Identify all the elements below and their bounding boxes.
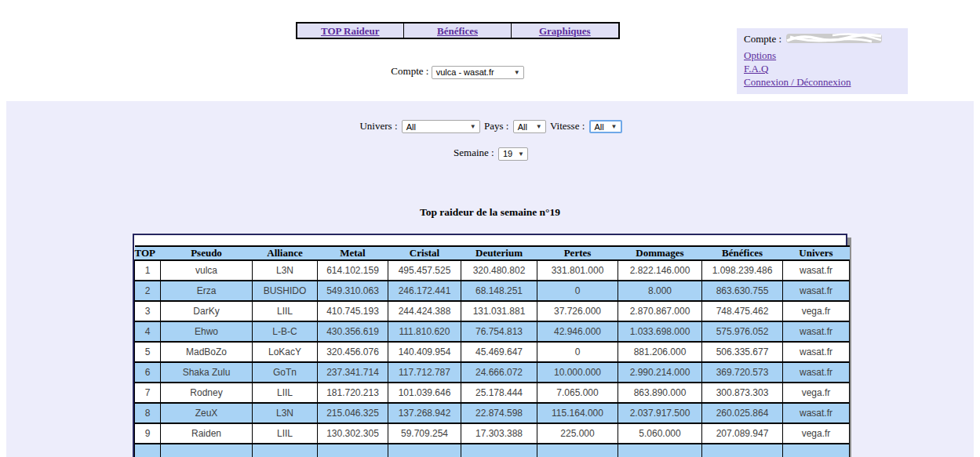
- dropdown-arrow-icon: ▼: [514, 69, 520, 76]
- pays-select[interactable]: All ▼: [513, 120, 546, 133]
- cell-pseudo: [161, 444, 253, 457]
- account-label: Compte :: [391, 65, 428, 77]
- cell-dommages: 5.060.000: [618, 423, 702, 444]
- table-row: 9RaidenLIIL130.302.30559.709.25417.303.3…: [135, 423, 850, 444]
- vitesse-select[interactable]: All ▼: [589, 120, 622, 133]
- cell-dommages: 2.870.867.000: [618, 301, 702, 321]
- cell-univers: vega.fr: [783, 383, 850, 403]
- dropdown-arrow-icon: ▼: [470, 123, 476, 130]
- cell-alliance: GoTn: [253, 362, 318, 383]
- cell-benefices: 260.025.864: [702, 403, 783, 423]
- cell-univers: wasat.fr: [783, 281, 850, 301]
- semaine-select-value: 19: [503, 149, 512, 158]
- cell-cristal: 140.409.954: [388, 342, 461, 362]
- cell-metal: 215.046.325: [318, 403, 388, 423]
- cell-pseudo: vulca: [161, 260, 253, 281]
- cell-pertes: 225.000: [537, 423, 618, 444]
- header-alliance: Alliance: [253, 246, 318, 260]
- cell-pseudo: Erza: [161, 281, 253, 301]
- cell-metal: 130.302.305: [318, 423, 388, 444]
- dropdown-arrow-icon: ▼: [518, 151, 524, 158]
- cell-dommages: 2.822.146.000: [618, 260, 702, 281]
- user-box: Compte : Options F.A.Q Connexion / Décon…: [737, 28, 908, 94]
- cell-cristal: 137.268.942: [388, 403, 461, 423]
- header-benefices: Bénéfices: [702, 246, 783, 260]
- connexion-deconnexion-link[interactable]: Connexion / Déconnexion: [744, 75, 851, 89]
- cell-alliance: BUSHIDO: [253, 281, 318, 301]
- cell-univers: wasat.fr: [783, 362, 850, 383]
- header-top: TOP: [135, 246, 161, 260]
- table-row: 6Shaka ZuluGoTn237.341.714117.712.78724.…: [135, 362, 850, 383]
- table-row: 8ZeuXL3N215.046.325137.268.94222.874.598…: [135, 403, 850, 423]
- cell-cristal: 101.039.646: [388, 383, 461, 403]
- cell-benefices: 300.873.303: [702, 383, 783, 403]
- account-select-value: vulca - wasat.fr: [436, 67, 494, 77]
- cell-benefices: 1.098.239.486: [702, 260, 783, 281]
- cell-top: [135, 444, 161, 457]
- cell-pertes: 115.164.000: [537, 403, 618, 423]
- header-pseudo: Pseudo: [161, 246, 253, 260]
- cell-metal: 410.745.193: [318, 301, 388, 321]
- cell-pertes: [537, 444, 618, 457]
- table-row: 2ErzaBUSHIDO549.310.063246.172.44168.148…: [135, 281, 850, 301]
- header-univers: Univers: [783, 246, 850, 260]
- cell-benefices: 207.089.947: [702, 423, 783, 444]
- cell-metal: 614.102.159: [318, 260, 388, 281]
- cell-univers: wasat.fr: [783, 260, 850, 281]
- table-row-partial: [135, 444, 850, 457]
- cell-pseudo: Rodney: [161, 383, 253, 403]
- nav-tab-top-raideur-link[interactable]: TOP Raideur: [321, 25, 380, 37]
- header-dommages: Dommages: [618, 246, 702, 260]
- cell-pertes: 10.000.000: [537, 362, 618, 383]
- cell-top: 4: [135, 321, 161, 342]
- options-link[interactable]: Options: [744, 49, 776, 62]
- cell-pseudo: Shaka Zulu: [161, 362, 253, 383]
- cell-benefices: 748.475.462: [702, 301, 783, 321]
- cell-dommages: 1.033.698.000: [618, 321, 702, 342]
- semaine-select[interactable]: 19 ▼: [498, 147, 528, 161]
- cell-dommages: [618, 444, 702, 457]
- univers-select-value: All: [406, 122, 416, 132]
- semaine-label: Semaine :: [454, 147, 494, 158]
- cell-top: 3: [135, 301, 161, 321]
- header-cristal: Cristal: [388, 246, 461, 260]
- cell-cristal: 246.172.441: [388, 281, 461, 301]
- dropdown-arrow-icon: ▼: [611, 123, 618, 130]
- cell-pertes: 37.726.000: [537, 301, 618, 321]
- cell-deuterium: 131.031.881: [461, 301, 537, 321]
- nav-tab-top-raideur[interactable]: TOP Raideur: [297, 23, 404, 38]
- table-row: 1vulcaL3N614.102.159495.457.525320.480.8…: [135, 260, 850, 281]
- nav-tab-graphiques-link[interactable]: Graphiques: [539, 25, 591, 37]
- cell-cristal: 59.709.254: [388, 423, 461, 444]
- nav-tab-benefices[interactable]: Bénéfices: [404, 23, 512, 38]
- header-metal: Metal: [318, 246, 388, 260]
- faq-link[interactable]: F.A.Q: [744, 62, 768, 75]
- cell-deuterium: 22.874.598: [461, 403, 537, 423]
- account-select[interactable]: vulca - wasat.fr ▼: [432, 66, 524, 79]
- vitesse-select-value: All: [595, 122, 604, 132]
- cell-cristal: 117.712.787: [388, 362, 461, 383]
- cell-univers: wasat.fr: [783, 342, 850, 362]
- cell-dommages: 2.037.917.500: [618, 403, 702, 423]
- univers-select[interactable]: All ▼: [402, 120, 480, 133]
- cell-top: 6: [135, 362, 161, 383]
- cell-metal: 320.456.076: [318, 342, 388, 362]
- filters-row-1: Univers : All ▼ Pays : All ▼ Vitesse : A…: [6, 120, 974, 134]
- cell-metal: 181.720.213: [318, 383, 388, 403]
- cell-deuterium: 320.480.802: [461, 260, 537, 281]
- cell-top: 5: [135, 342, 161, 362]
- cell-deuterium: 24.666.072: [461, 362, 537, 383]
- cell-top: 8: [135, 403, 161, 423]
- cell-univers: wasat.fr: [783, 321, 850, 342]
- cell-alliance: L-B-C: [253, 321, 318, 342]
- cell-univers: vega.fr: [783, 301, 850, 321]
- cell-metal: 430.356.619: [318, 321, 388, 342]
- cell-metal: 549.310.063: [318, 281, 388, 301]
- nav-tab-graphiques[interactable]: Graphiques: [512, 23, 619, 38]
- cell-alliance: L3N: [253, 403, 318, 423]
- cell-dommages: 2.990.214.000: [618, 362, 702, 383]
- nav-tab-benefices-link[interactable]: Bénéfices: [437, 25, 478, 37]
- univers-label: Univers :: [359, 120, 397, 132]
- cell-benefices: [702, 444, 783, 457]
- cell-deuterium: 76.754.813: [461, 321, 537, 342]
